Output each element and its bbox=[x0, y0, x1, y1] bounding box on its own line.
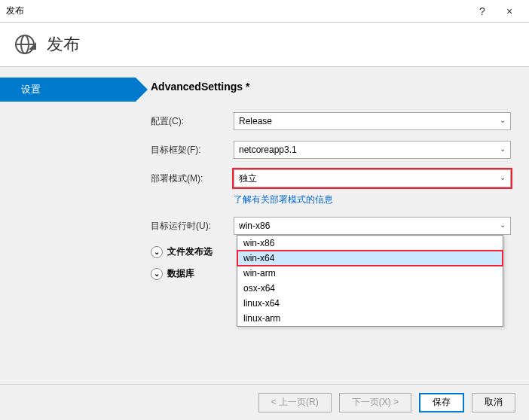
header-title: 发布 bbox=[47, 33, 80, 56]
deploy-help-link[interactable]: 了解有关部署模式的信息 bbox=[234, 194, 333, 205]
chevron-down-icon: ⌄ bbox=[500, 145, 506, 153]
deploy-label: 部署模式(M): bbox=[151, 172, 234, 185]
runtime-option[interactable]: win-x86 bbox=[237, 236, 503, 251]
runtime-option[interactable]: osx-x64 bbox=[237, 281, 503, 296]
sidebar: 设置 bbox=[0, 67, 136, 398]
chevron-down-icon: ⌄ bbox=[151, 268, 163, 280]
globe-publish-icon bbox=[14, 33, 36, 56]
chevron-down-icon: ⌄ bbox=[151, 246, 163, 258]
runtime-option[interactable]: linux-x64 bbox=[237, 296, 503, 311]
runtime-select[interactable]: win-x86 ⌄ bbox=[234, 217, 511, 235]
runtime-dropdown[interactable]: win-x86win-x64win-armosx-x64linux-x64lin… bbox=[237, 235, 503, 327]
chevron-down-icon: ⌄ bbox=[500, 173, 506, 181]
save-button[interactable]: 保存 bbox=[419, 393, 464, 412]
framework-select[interactable]: netcoreapp3.1 ⌄ bbox=[234, 141, 511, 159]
svg-marker-3 bbox=[29, 42, 36, 50]
section-title: AdvancedSettings * bbox=[151, 81, 511, 93]
expander-file-label: 文件发布选 bbox=[167, 245, 213, 258]
next-button: 下一页(X) > bbox=[339, 393, 411, 412]
config-select[interactable]: Release ⌄ bbox=[234, 112, 511, 130]
main-panel: AdvancedSettings * 配置(C): Release ⌄ 目标框架… bbox=[136, 67, 529, 398]
help-button[interactable]: ? bbox=[469, 5, 496, 17]
deploy-mode-select[interactable]: 独立 ⌄ bbox=[234, 169, 511, 187]
runtime-label: 目标运行时(U): bbox=[151, 220, 234, 233]
framework-value: netcoreapp3.1 bbox=[239, 145, 297, 155]
step-settings[interactable]: 设置 bbox=[0, 78, 136, 102]
expander-db-label: 数据库 bbox=[167, 267, 194, 280]
runtime-option[interactable]: win-arm bbox=[237, 266, 503, 281]
chevron-down-icon: ⌄ bbox=[500, 221, 506, 229]
header: 发布 bbox=[0, 23, 529, 67]
titlebar: 发布 ? × bbox=[0, 0, 529, 23]
config-value: Release bbox=[239, 116, 272, 126]
runtime-option[interactable]: linux-arm bbox=[237, 311, 503, 326]
window-title: 发布 bbox=[6, 5, 469, 17]
deploy-value: 独立 bbox=[239, 172, 257, 185]
config-label: 配置(C): bbox=[151, 115, 234, 128]
chevron-down-icon: ⌄ bbox=[500, 116, 506, 124]
framework-label: 目标框架(F): bbox=[151, 144, 234, 157]
runtime-option[interactable]: win-x64 bbox=[237, 251, 503, 266]
footer: < 上一页(R) 下一页(X) > 保存 取消 bbox=[0, 384, 529, 420]
runtime-value: win-x86 bbox=[239, 221, 270, 231]
prev-button: < 上一页(R) bbox=[258, 393, 332, 412]
close-button[interactable]: × bbox=[496, 5, 523, 17]
cancel-button[interactable]: 取消 bbox=[472, 393, 515, 412]
